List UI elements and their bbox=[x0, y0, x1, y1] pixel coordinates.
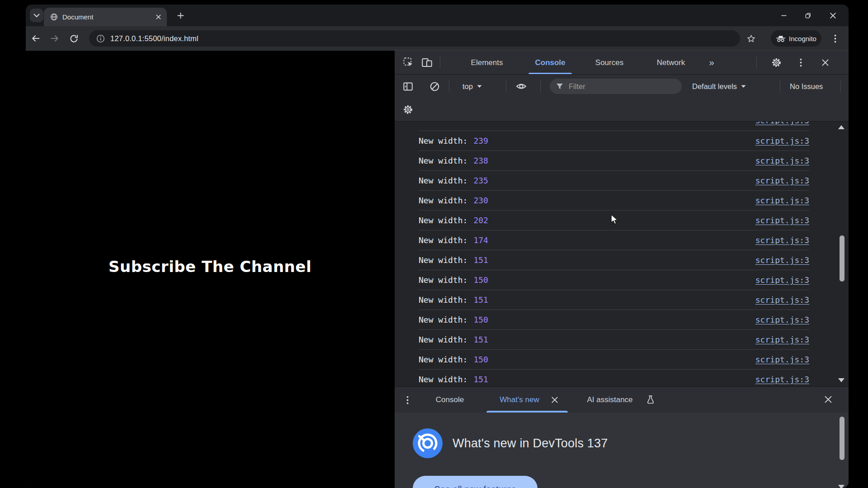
console-source-link[interactable]: script.js:3 bbox=[755, 136, 809, 145]
scrollbar-up-arrow[interactable] bbox=[838, 125, 844, 129]
address-bar[interactable]: 127.0.0.1:5500/index.html bbox=[89, 30, 740, 47]
drawer-close-button[interactable] bbox=[824, 395, 832, 404]
context-selector[interactable]: top bbox=[462, 75, 482, 98]
console-source-link[interactable]: script.js:3 bbox=[755, 335, 809, 344]
drawer-tab-close-button[interactable] bbox=[551, 396, 558, 404]
console-log-row: New width:151script.js:3 bbox=[419, 370, 809, 386]
devtools-chrome-logo bbox=[413, 428, 443, 460]
toggle-device-toolbar-button[interactable] bbox=[421, 57, 433, 68]
console-settings-button[interactable] bbox=[403, 104, 413, 115]
console-source-link[interactable]: script.js:3 bbox=[755, 216, 809, 225]
site-info-icon[interactable] bbox=[96, 34, 105, 43]
console-log-row: New width:238script.js:3 bbox=[419, 151, 809, 171]
console-source-link[interactable]: script.js:3 bbox=[755, 176, 809, 185]
toolbar-separator bbox=[506, 80, 506, 92]
tab-search-button[interactable] bbox=[30, 9, 43, 22]
tab-strip: Document bbox=[26, 5, 849, 26]
tab-console[interactable]: Console bbox=[535, 51, 565, 75]
create-live-expression-button[interactable] bbox=[516, 82, 527, 91]
filter-input[interactable] bbox=[569, 82, 659, 91]
funnel-filter-icon bbox=[556, 83, 563, 90]
see-all-new-features-button[interactable]: See all new features bbox=[413, 476, 538, 488]
reload-button[interactable] bbox=[68, 33, 79, 44]
kebab-menu-icon bbox=[406, 396, 409, 404]
inspect-element-button[interactable] bbox=[403, 57, 414, 68]
globe-favicon-icon bbox=[50, 13, 58, 21]
console-source-link[interactable]: script.js:3 bbox=[755, 235, 809, 245]
console-source-link[interactable]: script.js:3 bbox=[755, 196, 809, 205]
log-text: New width: bbox=[419, 216, 467, 225]
more-tabs-button[interactable]: » bbox=[709, 51, 714, 75]
log-value: 202 bbox=[473, 216, 488, 225]
console-messages: New width:239script.js:3New width:238scr… bbox=[419, 131, 809, 386]
console-log-row: New width:150script.js:3 bbox=[419, 350, 809, 370]
forward-button[interactable] bbox=[49, 33, 60, 44]
star-icon bbox=[746, 34, 756, 43]
tab-network[interactable]: Network bbox=[657, 51, 685, 75]
drawer-tab-console[interactable]: Console bbox=[436, 387, 464, 413]
tab-close-icon[interactable] bbox=[156, 14, 161, 20]
log-value: 239 bbox=[473, 136, 488, 145]
console-log-row: New width:239script.js:3 bbox=[419, 131, 809, 151]
new-tab-button[interactable] bbox=[175, 10, 186, 21]
incognito-icon bbox=[776, 35, 786, 42]
scrollbar-down-arrow[interactable] bbox=[838, 485, 844, 488]
devtools-close-button[interactable] bbox=[821, 59, 829, 66]
tab-elements[interactable]: Elements bbox=[471, 51, 503, 75]
show-console-sidebar-button[interactable] bbox=[403, 81, 413, 92]
console-scrollbar-thumb[interactable] bbox=[840, 235, 844, 282]
console-source-link[interactable]: script.js:3 bbox=[755, 355, 809, 364]
log-text: New width: bbox=[419, 375, 467, 384]
drawer-menu-button[interactable] bbox=[406, 396, 409, 404]
log-value: 235 bbox=[473, 176, 488, 185]
chrome-logo-icon bbox=[413, 428, 443, 458]
device-toolbar-icon bbox=[421, 57, 433, 68]
bookmark-star-button[interactable] bbox=[745, 33, 756, 44]
console-source-link-partial[interactable]: script.js:3 bbox=[755, 122, 809, 125]
toolbar-separator bbox=[440, 56, 440, 68]
forward-arrow-icon bbox=[50, 33, 60, 43]
log-value: 151 bbox=[473, 255, 488, 265]
mouse-cursor bbox=[611, 214, 618, 226]
console-filter[interactable] bbox=[550, 79, 682, 94]
log-value: 150 bbox=[473, 355, 488, 364]
incognito-badge: Incognito bbox=[771, 30, 821, 47]
window-close-button[interactable] bbox=[826, 5, 840, 26]
minimize-icon bbox=[781, 12, 787, 19]
log-value: 151 bbox=[473, 335, 488, 344]
console-source-link[interactable]: script.js:3 bbox=[755, 375, 809, 384]
log-value: 151 bbox=[473, 375, 488, 384]
console-log-row: New width:150script.js:3 bbox=[419, 310, 809, 330]
gear-icon bbox=[403, 104, 413, 115]
back-button[interactable] bbox=[30, 33, 41, 44]
console-source-link[interactable]: script.js:3 bbox=[755, 315, 809, 324]
log-levels-dropdown[interactable]: Default levels bbox=[692, 75, 746, 98]
tab-sources[interactable]: Sources bbox=[595, 51, 623, 75]
devtools-menu-button[interactable] bbox=[800, 58, 802, 67]
close-icon bbox=[551, 396, 558, 404]
devtools-settings-button[interactable] bbox=[771, 57, 782, 68]
drawer-tab-ai-assistance[interactable]: AI assistance bbox=[587, 387, 632, 413]
console-source-link[interactable]: script.js:3 bbox=[755, 295, 809, 305]
drawer-scrollbar-thumb[interactable] bbox=[840, 417, 844, 460]
log-value: 150 bbox=[473, 315, 488, 324]
console-source-link[interactable]: script.js:3 bbox=[755, 156, 809, 165]
log-text: New width: bbox=[419, 315, 467, 324]
window-minimize-button[interactable] bbox=[777, 5, 791, 26]
console-source-link[interactable]: script.js:3 bbox=[755, 275, 809, 285]
log-value: 151 bbox=[473, 295, 488, 305]
browser-tab-document[interactable]: Document bbox=[44, 8, 167, 26]
eye-icon bbox=[516, 82, 527, 91]
sidebar-panel-icon bbox=[403, 81, 413, 92]
toolbar-separator bbox=[449, 80, 449, 92]
browser-menu-button[interactable] bbox=[830, 33, 840, 44]
window-maximize-button[interactable] bbox=[801, 5, 815, 26]
console-source-link[interactable]: script.js:3 bbox=[755, 255, 809, 265]
cursor-arrow-icon bbox=[611, 214, 618, 225]
issues-counter[interactable]: No Issues bbox=[790, 75, 823, 98]
incognito-label: Incognito bbox=[789, 35, 816, 42]
log-text: New width: bbox=[419, 196, 467, 205]
scrollbar-down-arrow[interactable] bbox=[838, 378, 844, 382]
clear-console-button[interactable] bbox=[429, 81, 440, 92]
drawer-tab-whats-new[interactable]: What's new bbox=[500, 387, 539, 413]
